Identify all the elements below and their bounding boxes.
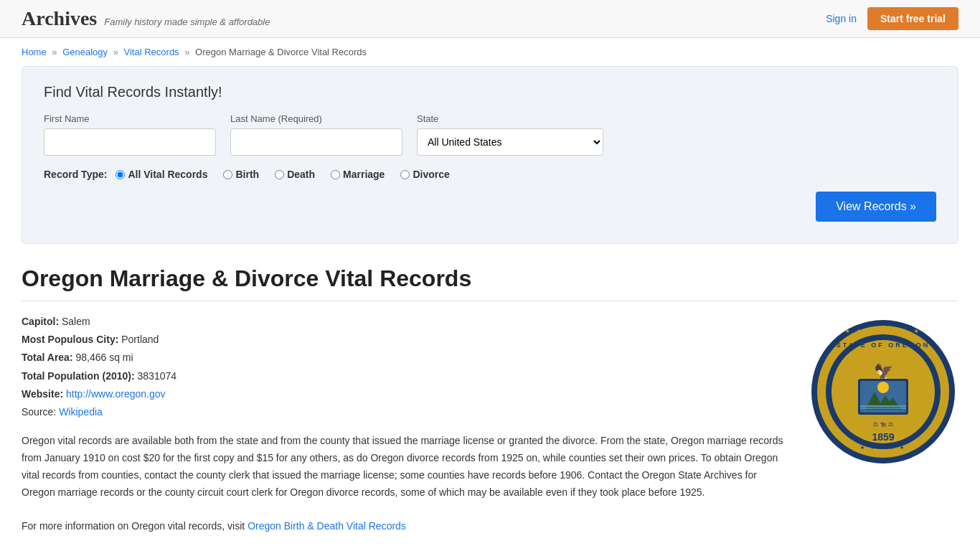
fact-website: Website: http://www.oregon.gov <box>22 385 786 403</box>
search-fields: First Name Last Name (Required) State Al… <box>44 113 936 156</box>
radio-divorce-input[interactable] <box>400 170 410 179</box>
info-text: Capitol: Salem Most Populous City: Portl… <box>22 313 786 535</box>
fact-population-label: Total Population (2010): <box>22 370 135 382</box>
svg-text:★ ★ ★ ★ ★: ★ ★ ★ ★ ★ <box>860 445 907 450</box>
radio-all-vital-input[interactable] <box>116 170 125 179</box>
radio-divorce-label[interactable]: Divorce <box>413 169 449 180</box>
radio-death-input[interactable] <box>275 170 284 179</box>
state-seal-svg: ★ ★ ★ ★ ★ ★ ★ STATE OF OREGON 🦅 ⚖ 🐂 <box>811 320 955 463</box>
header-logo-area: Archives Family history made simple & af… <box>22 7 270 30</box>
info-description: Oregon vital records are available both … <box>22 433 786 535</box>
radio-all-vital: All Vital Records <box>116 169 212 180</box>
sign-in-link[interactable]: Sign in <box>826 13 857 24</box>
header-nav: Sign in Start free trial <box>826 7 958 30</box>
page-title: Oregon Marriage & Divorce Vital Records <box>22 265 958 301</box>
last-name-input[interactable] <box>230 128 402 156</box>
fact-source-label: Source: <box>22 406 56 418</box>
svg-text:⚖ 🐂 ⚖: ⚖ 🐂 ⚖ <box>873 420 893 428</box>
svg-text:1859: 1859 <box>872 431 894 443</box>
breadcrumb: Home » Genealogy » Vital Records » Orego… <box>0 38 980 66</box>
radio-marriage-label[interactable]: Marriage <box>343 169 385 180</box>
start-trial-button[interactable]: Start free trial <box>867 7 958 30</box>
description-text: Oregon vital records are available both … <box>22 433 786 501</box>
breadcrumb-vital-records[interactable]: Vital Records <box>124 47 179 57</box>
fact-website-link[interactable]: http://www.oregon.gov <box>66 388 166 400</box>
info-facts: Capitol: Salem Most Populous City: Portl… <box>22 313 786 421</box>
breadcrumb-sep-2: » <box>113 47 118 57</box>
state-label: State <box>417 113 603 124</box>
fact-populous-value: Portland <box>121 334 159 345</box>
radio-birth-label[interactable]: Birth <box>235 169 259 180</box>
fact-population: Total Population (2010): 3831074 <box>22 367 786 385</box>
first-name-input[interactable] <box>44 128 216 156</box>
more-info-link[interactable]: Oregon Birth & Death Vital Records <box>248 520 406 532</box>
radio-death-label[interactable]: Death <box>287 169 315 180</box>
main-content: Find Vital Records Instantly! First Name… <box>0 66 980 551</box>
site-tagline: Family history made simple & affordable <box>104 17 270 27</box>
radio-marriage-input[interactable] <box>331 170 340 179</box>
state-select[interactable]: All United States <box>417 128 603 156</box>
search-title: Find Vital Records Instantly! <box>44 84 936 100</box>
fact-capitol-label: Capitol: <box>22 316 59 327</box>
fact-capitol: Capitol: Salem <box>22 313 786 331</box>
search-actions: View Records » <box>44 192 936 222</box>
fact-website-label: Website: <box>22 388 63 400</box>
radio-birth: Birth <box>223 169 263 180</box>
view-records-button[interactable]: View Records » <box>816 192 936 222</box>
breadcrumb-current: Oregon Marriage & Divorce Vital Records <box>195 47 367 57</box>
first-name-label: First Name <box>44 113 216 124</box>
state-group: State All United States <box>417 113 603 156</box>
record-type-row: Record Type: All Vital Records Birth Dea… <box>44 169 936 180</box>
radio-divorce: Divorce <box>400 169 453 180</box>
search-box: Find Vital Records Instantly! First Name… <box>22 66 958 244</box>
breadcrumb-sep-3: » <box>184 47 189 57</box>
site-logo: Archives <box>22 7 97 30</box>
svg-text:STATE OF OREGON: STATE OF OREGON <box>837 342 930 349</box>
svg-text:★ ★ ★ ★ ★ ★ ★: ★ ★ ★ ★ ★ ★ ★ <box>845 329 921 334</box>
more-info-prefix: For more information on Oregon vital rec… <box>22 520 248 532</box>
first-name-group: First Name <box>44 113 216 156</box>
fact-source-link[interactable]: Wikipedia <box>59 406 103 418</box>
fact-area-value: 98,466 sq mi <box>75 352 133 363</box>
info-section: Capitol: Salem Most Populous City: Portl… <box>22 313 958 535</box>
radio-marriage: Marriage <box>331 169 389 180</box>
fact-area-label: Total Area: <box>22 352 73 363</box>
fact-source: Source: Wikipedia <box>22 403 786 421</box>
radio-birth-input[interactable] <box>223 170 232 179</box>
fact-population-value: 3831074 <box>138 370 177 382</box>
breadcrumb-home[interactable]: Home <box>22 47 47 57</box>
last-name-group: Last Name (Required) <box>230 113 402 156</box>
header: Archives Family history made simple & af… <box>0 0 980 38</box>
svg-text:🦅: 🦅 <box>874 362 894 382</box>
radio-all-vital-label[interactable]: All Vital Records <box>128 169 207 180</box>
record-type-label: Record Type: <box>44 169 107 180</box>
more-info-text: For more information on Oregon vital rec… <box>22 518 786 535</box>
radio-death: Death <box>275 169 319 180</box>
fact-populous: Most Populous City: Portland <box>22 331 786 349</box>
last-name-label: Last Name (Required) <box>230 113 402 124</box>
breadcrumb-genealogy[interactable]: Genealogy <box>62 47 108 57</box>
fact-populous-label: Most Populous City: <box>22 334 118 345</box>
fact-area: Total Area: 98,466 sq mi <box>22 349 786 367</box>
svg-point-12 <box>877 382 889 393</box>
state-seal-container: ★ ★ ★ ★ ★ ★ ★ STATE OF OREGON 🦅 ⚖ 🐂 <box>808 313 958 535</box>
fact-capitol-value: Salem <box>62 316 90 327</box>
breadcrumb-sep-1: » <box>52 47 57 57</box>
